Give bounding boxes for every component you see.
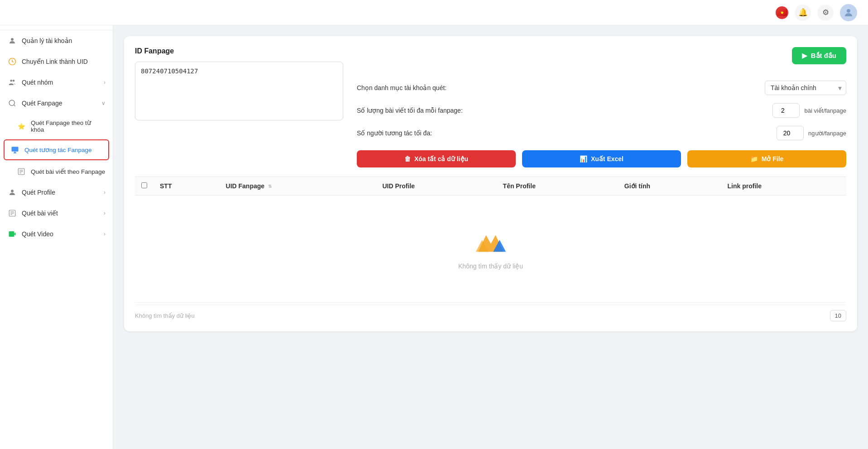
section-title: ID Fanpage — [135, 47, 343, 55]
sidebar-item-quet-nhom[interactable]: Quét nhóm › — [0, 72, 113, 93]
sidebar-label-chuyen-link: Chuyển Link thành UID — [22, 58, 88, 65]
svg-point-8 — [9, 100, 14, 105]
col-uid-profile: UID Profile — [376, 177, 497, 196]
page-size-wrapper: 10 — [830, 311, 846, 320]
svg-point-7 — [13, 80, 15, 82]
sidebar-label-quan-ly: Quản lý tài khoản — [22, 37, 72, 44]
link-icon — [7, 57, 17, 67]
start-label: Bắt đầu — [811, 52, 836, 60]
posts-control-value: bài viết/fanpage — [772, 103, 846, 118]
sidebar-item-quan-ly-tai-khoan[interactable]: Quản lý tài khoản — [0, 30, 113, 51]
profile-icon — [7, 187, 17, 197]
arrow-icon-bai-viet: › — [104, 210, 106, 216]
footer-empty-text: Không tìm thấy dữ liệu — [135, 312, 195, 319]
col-uid-fanpage: UID Fanpage ⇅ — [220, 177, 376, 196]
interactions-control-value: người/fanpage — [777, 126, 846, 140]
sidebar-item-quet-bai-viet[interactable]: Quét bài viết › — [0, 203, 113, 224]
content-card: ID Fanpage ▶ Bắt đầu Chọn danh mục tài k… — [124, 36, 857, 331]
account-control-value: Tài khoản chính Tài khoản phụ — [765, 81, 846, 95]
account-icon — [7, 36, 17, 46]
data-table: STT UID Fanpage ⇅ UID Profile Tên Profil… — [135, 177, 846, 303]
svg-point-4 — [11, 38, 14, 41]
page-size[interactable]: 10 — [830, 310, 846, 321]
svg-rect-22 — [9, 231, 14, 237]
table-header: STT UID Fanpage ⇅ UID Profile Tên Profil… — [135, 177, 846, 196]
posts-unit: bài viết/fanpage — [804, 107, 846, 114]
flag-icon[interactable]: 🇻🇳 — [776, 6, 788, 19]
svg-point-0 — [847, 9, 850, 13]
play-icon: ▶ — [802, 52, 807, 60]
table-header-row: STT UID Fanpage ⇅ UID Profile Tên Profil… — [135, 177, 846, 196]
file-icon: 📁 — [750, 155, 758, 162]
sidebar-item-quet-tuong-tac-fanpage[interactable]: Quét tương tác Fanpage — [4, 139, 109, 160]
right-controls: ▶ Bắt đầu Chọn danh mục tài khoản quét: … — [357, 47, 846, 167]
sidebar-item-quet-bai-viet-fanpage[interactable]: Quét bài viết theo Fanpage — [0, 161, 113, 182]
empty-state: Không tìm thấy dữ liệu — [141, 201, 840, 297]
empty-state-logo — [475, 228, 507, 255]
empty-state-row: Không tìm thấy dữ liệu — [135, 196, 846, 303]
group-icon — [7, 77, 17, 87]
sidebar-label-bai-viet-fanpage: Quét bài viết theo Fanpage — [31, 168, 105, 175]
sort-icon[interactable]: ⇅ — [268, 184, 272, 189]
posts-control-row: Số lượng bài viết tối đa mỗi fanpage: bà… — [357, 103, 846, 118]
arrow-icon-nhom: › — [104, 79, 106, 86]
arrow-icon-profile: › — [104, 189, 106, 196]
export-excel-button[interactable]: 📊 Xuất Excel — [522, 150, 681, 167]
svg-line-9 — [14, 105, 15, 106]
col-link-profile: Link profile — [721, 177, 847, 196]
sidebar-label-quet-profile: Quét Profile — [22, 189, 55, 196]
post-icon — [7, 208, 17, 218]
bell-icon[interactable]: 🔔 — [795, 5, 811, 21]
file-label: Mở File — [762, 155, 784, 162]
sidebar-label-quet-bai-viet: Quét bài viết — [22, 210, 58, 217]
account-select-wrapper: Tài khoản chính Tài khoản phụ — [765, 81, 846, 95]
account-control-row: Chọn danh mục tài khoản quét: Tài khoản … — [357, 81, 846, 95]
delete-all-button[interactable]: 🗑 Xóa tất cả dữ liệu — [357, 150, 516, 167]
sidebar-label-quet-fanpage: Quét Fanpage — [22, 100, 62, 107]
sidebar-label-tu-khoa: Quét Fanpage theo từ khóa — [31, 119, 106, 133]
empty-state-cell: Không tìm thấy dữ liệu — [135, 196, 846, 303]
excel-icon: 📊 — [580, 155, 587, 162]
sidebar-item-chuyen-link-uid[interactable]: Chuyển Link thành UID — [0, 51, 113, 72]
table-section: STT UID Fanpage ⇅ UID Profile Tên Profil… — [135, 177, 846, 303]
posts-input[interactable] — [772, 103, 800, 118]
arrow-icon-fanpage: ∨ — [101, 100, 106, 106]
avatar[interactable] — [840, 4, 857, 21]
video-icon — [7, 229, 17, 239]
sidebar-item-quet-fanpage-tu-khoa[interactable]: ⭐ Quét Fanpage theo từ khóa — [0, 114, 113, 139]
interactions-unit: người/fanpage — [808, 130, 846, 137]
col-gioi-tinh: Giới tính — [618, 177, 721, 196]
sidebar-label-quet-nhom: Quét nhóm — [22, 79, 53, 86]
posts-label: Số lượng bài viết tối đa mỗi fanpage: — [357, 107, 772, 114]
svg-point-6 — [10, 80, 13, 82]
start-button[interactable]: ▶ Bắt đầu — [792, 47, 846, 64]
header-icons: 🇻🇳 🔔 ⚙ — [776, 4, 857, 21]
account-select[interactable]: Tài khoản chính Tài khoản phụ — [765, 81, 846, 95]
select-all-checkbox[interactable] — [141, 182, 147, 188]
arrow-icon-video: › — [104, 231, 106, 237]
action-buttons-row: 🗑 Xóa tất cả dữ liệu 📊 Xuất Excel 📁 Mở F… — [357, 150, 846, 167]
article-icon — [16, 167, 26, 177]
svg-rect-10 — [12, 147, 19, 152]
excel-label: Xuất Excel — [591, 155, 623, 162]
fanpage-icon — [7, 98, 17, 108]
fanpage-id-input[interactable] — [135, 62, 343, 120]
sidebar-item-quet-video[interactable]: Quét Video › — [0, 224, 113, 244]
interactions-input[interactable] — [777, 126, 804, 140]
empty-text: Không tìm thấy dữ liệu — [458, 263, 523, 270]
open-file-button[interactable]: 📁 Mở File — [687, 150, 846, 167]
interactions-label: Số người tương tác tối đa: — [357, 129, 777, 137]
fanpage-id-section: ID Fanpage — [135, 47, 343, 122]
star-icon: ⭐ — [16, 121, 26, 131]
sidebar-label-tuong-tac: Quét tương tác Fanpage — [24, 146, 92, 153]
interactions-control-row: Số người tương tác tối đa: người/fanpage — [357, 126, 846, 140]
sidebar-item-quet-fanpage[interactable]: Quét Fanpage ∨ — [0, 93, 113, 114]
main-content: ID Fanpage ▶ Bắt đầu Chọn danh mục tài k… — [113, 25, 868, 449]
sidebar-item-quet-profile[interactable]: Quét Profile › — [0, 182, 113, 203]
col-stt: STT — [153, 177, 220, 196]
gear-icon[interactable]: ⚙ — [817, 5, 834, 21]
account-label: Chọn danh mục tài khoản quét: — [357, 84, 765, 91]
delete-icon: 🗑 — [404, 155, 411, 162]
table-body: Không tìm thấy dữ liệu — [135, 196, 846, 303]
header: 🇻🇳 🔔 ⚙ — [0, 0, 868, 25]
